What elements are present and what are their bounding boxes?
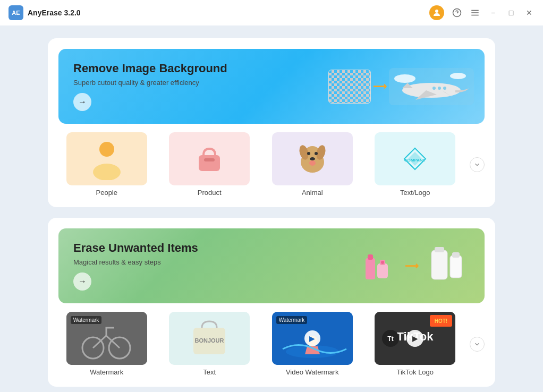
help-button[interactable] bbox=[452, 7, 462, 18]
chevron-down-section2[interactable] bbox=[470, 337, 485, 352]
svg-point-7 bbox=[394, 74, 415, 83]
plane-svg bbox=[389, 68, 474, 105]
svg-text:Tt: Tt bbox=[388, 335, 394, 343]
restore-button[interactable]: □ bbox=[506, 7, 516, 18]
thumb-tiktok: TikTok Tt ▶ HOT! bbox=[375, 312, 455, 365]
svg-rect-32 bbox=[431, 250, 447, 279]
banner-text-erase: Erase Unwanted Items Magical results & e… bbox=[73, 241, 198, 291]
app-name: AnyErase 3.2.0 bbox=[28, 8, 81, 17]
thumb-videowm: Watermark ▶ bbox=[272, 312, 353, 365]
svg-point-10 bbox=[432, 87, 436, 90]
label-text: Text bbox=[203, 368, 216, 376]
checker-bg bbox=[328, 70, 371, 104]
category-animal[interactable]: Animal bbox=[264, 132, 361, 197]
thumb-people bbox=[66, 132, 147, 185]
banner-arrow-erase[interactable]: → bbox=[73, 272, 91, 291]
svg-point-23 bbox=[315, 152, 318, 155]
banner-title-remove: Remove Image Background bbox=[73, 62, 227, 75]
svg-rect-35 bbox=[452, 252, 460, 258]
menu-button[interactable] bbox=[470, 7, 480, 18]
tools-row-erase: Watermark Watermark BONJOUR Text bbox=[58, 312, 485, 376]
banner-subtitle-erase: Magical results & easy steps bbox=[73, 258, 198, 266]
videowm-badge: Watermark bbox=[276, 316, 308, 324]
play-icon: ▶ bbox=[304, 330, 320, 346]
tool-tiktok[interactable]: TikTok Tt ▶ HOT! TikTok L bbox=[367, 312, 464, 376]
svg-text:COMPANY: COMPANY bbox=[404, 158, 426, 163]
thumb-watermark: Watermark bbox=[66, 312, 147, 365]
banner-text-remove: Remove Image Background Superb cutout qu… bbox=[73, 62, 227, 111]
category-row-remove: People Product bbox=[58, 132, 485, 197]
thumb-product bbox=[169, 132, 250, 185]
tiktok-play-icon: ▶ bbox=[406, 330, 423, 347]
svg-rect-17 bbox=[204, 158, 215, 161]
svg-point-24 bbox=[310, 157, 315, 160]
label-textlogo: Text/Logo bbox=[400, 189, 430, 197]
remove-bg-banner: Remove Image Background Superb cutout qu… bbox=[58, 49, 485, 124]
user-avatar[interactable] bbox=[429, 5, 444, 20]
thumb-text: BONJOUR bbox=[169, 312, 250, 365]
tool-video-watermark[interactable]: Watermark ▶ Video Watermark bbox=[264, 312, 361, 376]
thumb-textlogo: COMPANY bbox=[375, 132, 455, 185]
titlebar: AE AnyErase 3.2.0 − □ bbox=[0, 0, 543, 25]
transfer-arrow: ⟶ bbox=[373, 81, 387, 92]
svg-point-13 bbox=[99, 142, 114, 157]
svg-point-25 bbox=[309, 160, 316, 166]
watermark-badge: Watermark bbox=[71, 316, 102, 324]
svg-point-15 bbox=[93, 164, 121, 180]
label-animal: Animal bbox=[302, 189, 323, 197]
tool-text[interactable]: BONJOUR Text bbox=[162, 312, 258, 376]
banner-arrow-remove[interactable]: → bbox=[73, 93, 91, 111]
category-product[interactable]: Product bbox=[162, 132, 258, 197]
svg-rect-27 bbox=[366, 258, 375, 279]
close-button[interactable]: ✕ bbox=[524, 7, 534, 18]
chevron-down-section1[interactable] bbox=[470, 157, 485, 172]
thumb-animal bbox=[272, 132, 353, 185]
titlebar-right: − □ ✕ bbox=[429, 5, 534, 20]
svg-rect-28 bbox=[368, 254, 373, 260]
banner-title-erase: Erase Unwanted Items bbox=[73, 241, 198, 255]
svg-point-12 bbox=[443, 87, 446, 90]
svg-point-0 bbox=[435, 10, 438, 13]
svg-point-22 bbox=[307, 152, 310, 155]
minimize-button[interactable]: − bbox=[488, 7, 498, 18]
banner-illustration-erase: ⟶ bbox=[360, 245, 474, 287]
tool-watermark[interactable]: Watermark Watermark bbox=[58, 312, 155, 376]
svg-rect-29 bbox=[377, 263, 388, 278]
label-videowm: Video Watermark bbox=[286, 368, 339, 376]
label-watermark: Watermark bbox=[90, 368, 123, 376]
label-tiktok: TikTok Logo bbox=[396, 368, 434, 376]
svg-rect-16 bbox=[199, 155, 220, 171]
banner-illustration-remove: ⟶ bbox=[328, 68, 474, 105]
label-people: People bbox=[96, 189, 117, 197]
svg-point-8 bbox=[450, 73, 466, 79]
svg-point-11 bbox=[438, 87, 441, 90]
titlebar-left: AE AnyErase 3.2.0 bbox=[9, 5, 81, 20]
label-product: Product bbox=[198, 189, 222, 197]
svg-point-31 bbox=[381, 261, 384, 264]
hot-badge: HOT! bbox=[430, 315, 452, 328]
svg-text:HOT!: HOT! bbox=[435, 318, 447, 324]
category-textlogo[interactable]: COMPANY Text/Logo bbox=[367, 132, 464, 197]
svg-rect-33 bbox=[435, 247, 444, 252]
erase-banner: Erase Unwanted Items Magical results & e… bbox=[58, 228, 485, 303]
main-content: Remove Image Background Superb cutout qu… bbox=[0, 25, 543, 392]
erase-items-card: Erase Unwanted Items Magical results & e… bbox=[48, 218, 495, 387]
app-logo: AE bbox=[9, 5, 23, 20]
svg-rect-34 bbox=[450, 255, 462, 278]
banner-subtitle-remove: Superb cutout quality & greater efficien… bbox=[73, 79, 227, 87]
svg-text:BONJOUR: BONJOUR bbox=[195, 337, 224, 344]
category-people[interactable]: People bbox=[58, 132, 155, 197]
remove-bg-card: Remove Image Background Superb cutout qu… bbox=[48, 38, 495, 207]
